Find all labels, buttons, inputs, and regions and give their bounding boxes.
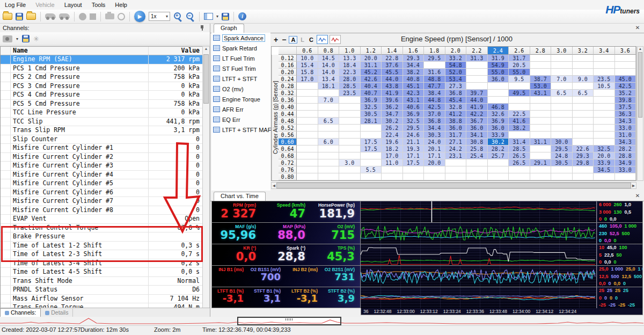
graph-cell[interactable] — [551, 173, 573, 180]
graph-row-header-0.60[interactable]: 0.60 — [279, 139, 297, 145]
graph-cell[interactable] — [318, 166, 340, 173]
graph-cell[interactable]: 31.7 — [445, 132, 467, 139]
graph-cell[interactable]: 34.7 — [382, 111, 403, 118]
chart-strip[interactable] — [361, 222, 597, 244]
graph-cell[interactable]: 29.1 — [530, 159, 552, 166]
graph-cell[interactable] — [466, 69, 488, 76]
gauge-ltft-b1[interactable]: LTFT B1 (%)-3,1 — [212, 287, 249, 308]
graph-cell[interactable]: 14.5 — [318, 55, 340, 62]
graph-cell[interactable]: 19.6 — [382, 139, 403, 145]
graph-cell[interactable]: 34.3 — [615, 118, 636, 125]
channel-row-trans-slip-rpm[interactable]: Trans Slip RPM3,1 rpm — [1, 126, 202, 135]
graph-cell[interactable] — [339, 152, 361, 159]
channel-row-pcs-4-cmd-pressure[interactable]: PCS 4 Cmd Pressure0 kPa — [1, 91, 202, 100]
graph-cell[interactable]: 10.0 — [297, 55, 318, 62]
channel-row-engine-rpm-sae[interactable]: Engine RPM (SAE)2 317 rpm — [1, 55, 202, 64]
graph-cell[interactable]: 42.6 — [361, 76, 382, 83]
graph-cell[interactable]: 21.1 — [403, 139, 425, 145]
graph-cell[interactable]: 22.5 — [509, 111, 530, 118]
graph-cell[interactable]: 20.5 — [509, 62, 530, 69]
graph-cell[interactable] — [318, 90, 340, 97]
graph-cell[interactable]: 15.4 — [297, 62, 318, 69]
graph-cell[interactable] — [466, 166, 488, 173]
channel-row-misfire-current-cylinder-5[interactable]: Misfire Current Cylinder #50 — [1, 179, 202, 188]
graph-cell[interactable]: 29.3 — [573, 152, 594, 159]
graph-cell[interactable]: 45.1 — [403, 83, 425, 90]
graph-cell[interactable] — [297, 111, 318, 118]
graph-row-header-0.68[interactable]: 0.68 — [279, 152, 297, 159]
graph-cell[interactable]: 31.6 — [424, 69, 445, 76]
channel-display-config-icon[interactable] — [3, 35, 12, 42]
graph-cell[interactable] — [297, 152, 318, 159]
menu-vehicle[interactable]: Vehicle — [31, 0, 59, 10]
graph-cell[interactable]: 32.8 — [445, 104, 467, 111]
graph-cell[interactable]: 9.0 — [573, 76, 594, 83]
scrollbar-thumb[interactable] — [638, 52, 642, 118]
sidebar-item-st-fuel-trim[interactable]: ST Fuel Trim — [211, 63, 270, 74]
channel-row-traction-control-torque[interactable]: Traction Control Torque67,6 % — [1, 224, 202, 233]
graph-cell[interactable] — [297, 118, 318, 125]
graph-cell[interactable] — [594, 97, 615, 104]
graph-cell[interactable]: 55.0 — [488, 69, 509, 76]
graph-cell[interactable] — [339, 173, 361, 180]
chart-strip[interactable] — [361, 265, 597, 287]
graph-cell[interactable]: 34.4 — [424, 125, 445, 132]
graph-cell[interactable] — [551, 125, 573, 132]
graph-col-header-2.4[interactable]: 2.4 — [488, 47, 509, 55]
channel-row-misfire-current-cylinder-3[interactable]: Misfire Current Cylinder #30 — [1, 162, 202, 171]
graph-cell[interactable]: 23.1 — [445, 152, 467, 159]
graph-cell[interactable]: 36.7 — [466, 118, 488, 125]
graph-cell[interactable]: 54.8 — [445, 62, 467, 69]
menu-log-file[interactable]: Log File — [0, 0, 31, 10]
graph-cell[interactable] — [594, 104, 615, 111]
graph-cell[interactable]: 28.2 — [488, 145, 509, 152]
channel-row-tcc-slip[interactable]: TCC Slip441,8 rpm — [1, 118, 202, 127]
graph-cell[interactable] — [573, 173, 594, 180]
graph-cell[interactable] — [530, 152, 552, 159]
channel-config-gear-icon[interactable]: ✳ — [33, 35, 39, 42]
graph-cell[interactable] — [297, 159, 318, 166]
graph-cell[interactable]: 36.0 — [488, 76, 509, 83]
graph-cell[interactable]: 31.9 — [488, 55, 509, 62]
channel-row-misfire-current-cylinder-8[interactable]: Misfire Current Cylinder #80 — [1, 206, 202, 215]
graph-cell[interactable] — [573, 166, 594, 173]
scrollbar-thumb[interactable] — [203, 54, 209, 104]
graph-cell[interactable]: 36.9 — [403, 111, 425, 118]
graph-cell[interactable]: 27.1 — [445, 139, 467, 145]
graph-cell[interactable]: 6.5 — [551, 90, 573, 97]
graph-col-header-2.8[interactable]: 2.8 — [530, 47, 552, 55]
graph-cell[interactable] — [530, 62, 552, 69]
close-chart-icon[interactable]: ✕ — [634, 193, 641, 199]
graph-row-header-0.16[interactable]: 0.16 — [279, 62, 297, 69]
graph-cell[interactable] — [466, 83, 488, 90]
engine-icon[interactable] — [105, 13, 114, 19]
graph-cell[interactable]: 41.9 — [466, 104, 488, 111]
sidebar-item-o2-mv[interactable]: O2 (mv) — [211, 84, 270, 94]
graph-cell[interactable] — [488, 159, 509, 166]
graph-cell[interactable] — [318, 173, 340, 180]
overview-window-grip-icon[interactable] — [286, 318, 293, 321]
graph-cell[interactable]: 32.5 — [594, 145, 615, 152]
graph-cell[interactable]: 28.5 — [509, 145, 530, 152]
graph-cell[interactable]: 42.5 — [424, 104, 445, 111]
channel-row-pcs-5-cmd-pressure[interactable]: PCS 5 Cmd Pressure758 kPa — [1, 100, 202, 109]
graph-cell[interactable]: 6.5 — [318, 118, 340, 125]
graph-cell[interactable] — [339, 125, 361, 132]
graph-cell[interactable] — [424, 166, 445, 173]
gauge-rpm-rpm[interactable]: RPM (rpm)2 327 — [212, 201, 261, 222]
graph-cell[interactable] — [573, 118, 594, 125]
graph-cell[interactable]: 22.8 — [382, 55, 403, 62]
graph-cell[interactable]: 20.0 — [594, 152, 615, 159]
gauge-stft-b2[interactable]: STFT B2 (%)3,9 — [323, 287, 360, 308]
graph-cell[interactable] — [403, 173, 425, 180]
graph-cell[interactable]: 35.2 — [615, 90, 636, 97]
graph-cell[interactable]: 27.3 — [445, 83, 467, 90]
multi-line-graph-mode-icon[interactable] — [330, 35, 341, 44]
graph-cell[interactable] — [551, 69, 573, 76]
graph-cell[interactable]: 14.0 — [318, 69, 340, 76]
graph-cell[interactable]: 20.0 — [361, 55, 382, 62]
graph-cell[interactable] — [297, 132, 318, 139]
gauge-speed-km-h[interactable]: Speed (km/h)47 — [261, 201, 311, 222]
graph-cell[interactable]: 37.6 — [382, 62, 403, 69]
graph-col-header-1.8[interactable]: 1.8 — [424, 47, 445, 55]
